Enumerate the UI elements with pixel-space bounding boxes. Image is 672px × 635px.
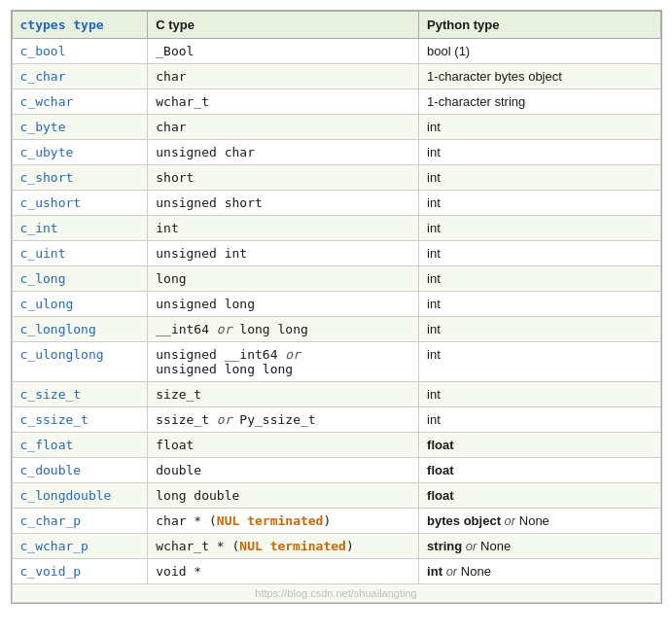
table-row: c_uintunsigned intint <box>12 241 660 266</box>
cell-ctype: float <box>148 433 419 458</box>
cell-ctype: void * <box>148 559 419 584</box>
table-row: c_longlongint <box>12 266 660 292</box>
cell-ctype: wchar_t <box>148 89 419 115</box>
table-row: c_void_pvoid *int or None <box>12 559 660 584</box>
cell-python: int <box>419 407 660 433</box>
cell-python: bool (1) <box>419 39 660 64</box>
table-row: c_ushortunsigned shortint <box>12 191 660 216</box>
cell-ctypes: c_ushort <box>12 191 148 216</box>
table-row: c_charchar1-character bytes object <box>12 64 660 89</box>
table-row: c_size_tsize_tint <box>12 382 660 407</box>
cell-python: float <box>419 483 660 509</box>
table-row: c_wcharwchar_t1-character string <box>12 89 660 115</box>
table-row: c_doubledoublefloat <box>12 458 660 483</box>
cell-python: 1-character bytes object <box>419 64 660 89</box>
cell-ctypes: c_char <box>12 64 148 89</box>
cell-ctype: int <box>148 216 419 241</box>
watermark-row: https://blog.csdn.net/shuailangting <box>12 584 660 603</box>
cell-ctypes: c_wchar <box>12 89 148 115</box>
cell-ctype: char <box>148 115 419 140</box>
header-ctype: C type <box>148 12 419 39</box>
cell-ctype: unsigned long <box>148 292 419 317</box>
cell-ctypes: c_long <box>12 266 148 292</box>
cell-ctypes: c_longlong <box>12 317 148 342</box>
cell-ctypes: c_ssize_t <box>12 407 148 433</box>
table-row: c_floatfloatfloat <box>12 433 660 458</box>
cell-ctypes: c_short <box>12 165 148 191</box>
cell-python: 1-character string <box>419 89 660 115</box>
table-row: c_shortshortint <box>12 165 660 191</box>
cell-ctypes: c_void_p <box>12 559 148 584</box>
table-row: c_bytecharint <box>12 115 660 140</box>
table-row: c_ssize_tssize_t or Py_ssize_tint <box>12 407 660 433</box>
cell-ctype: __int64 or long long <box>148 317 419 342</box>
cell-ctype: char <box>148 64 419 89</box>
table-row: c_intintint <box>12 216 660 241</box>
cell-python: float <box>419 433 660 458</box>
cell-python: int <box>419 382 660 407</box>
cell-ctypes: c_byte <box>12 115 148 140</box>
cell-ctypes: c_char_p <box>12 509 148 534</box>
table-row: c_ulonglongunsigned __int64 or unsigned … <box>12 342 660 382</box>
table-row: c_bool_Boolbool (1) <box>12 39 660 64</box>
cell-ctypes: c_int <box>12 216 148 241</box>
cell-ctype: double <box>148 458 419 483</box>
cell-ctypes: c_longdouble <box>12 483 148 509</box>
table-row: c_wchar_pwchar_t * (NUL terminated)strin… <box>12 534 660 559</box>
cell-ctypes: c_bool <box>12 39 148 64</box>
cell-ctype: unsigned char <box>148 140 419 165</box>
cell-python: int <box>419 317 660 342</box>
cell-python: int or None <box>419 559 660 584</box>
cell-ctype: wchar_t * (NUL terminated) <box>148 534 419 559</box>
cell-python: int <box>419 191 660 216</box>
cell-ctypes: c_uint <box>12 241 148 266</box>
cell-ctype: long <box>148 266 419 292</box>
cell-ctypes: c_double <box>12 458 148 483</box>
cell-ctypes: c_ulong <box>12 292 148 317</box>
cell-ctype: unsigned int <box>148 241 419 266</box>
table-row: c_longdoublelong doublefloat <box>12 483 660 509</box>
cell-python: int <box>419 292 660 317</box>
cell-ctype: unsigned __int64 or unsigned long long <box>148 342 419 382</box>
cell-ctypes: c_float <box>12 433 148 458</box>
table-header-row: ctypes type C type Python type <box>12 12 660 39</box>
cell-python: string or None <box>419 534 660 559</box>
cell-python: bytes object or None <box>419 509 660 534</box>
header-python: Python type <box>419 12 660 39</box>
main-table-container: ctypes type C type Python type c_bool_Bo… <box>11 10 662 604</box>
cell-python: int <box>419 266 660 292</box>
cell-ctype: size_t <box>148 382 419 407</box>
table-row: c_ubyteunsigned charint <box>12 140 660 165</box>
watermark-text: https://blog.csdn.net/shuailangting <box>12 584 660 603</box>
cell-python: int <box>419 216 660 241</box>
cell-python: float <box>419 458 660 483</box>
cell-python: int <box>419 140 660 165</box>
cell-python: int <box>419 241 660 266</box>
cell-ctype: short <box>148 165 419 191</box>
cell-ctypes: c_wchar_p <box>12 534 148 559</box>
cell-python: int <box>419 115 660 140</box>
cell-ctype: unsigned short <box>148 191 419 216</box>
table-row: c_ulongunsigned longint <box>12 292 660 317</box>
cell-ctype: ssize_t or Py_ssize_t <box>148 407 419 433</box>
cell-ctypes: c_ubyte <box>12 140 148 165</box>
cell-python: int <box>419 342 660 382</box>
cell-python: int <box>419 165 660 191</box>
table-row: c_longlong__int64 or long longint <box>12 317 660 342</box>
header-ctypes: ctypes type <box>12 12 148 39</box>
cell-ctype: _Bool <box>148 39 419 64</box>
ctypes-table: ctypes type C type Python type c_bool_Bo… <box>12 11 661 603</box>
cell-ctypes: c_size_t <box>12 382 148 407</box>
cell-ctype: char * (NUL terminated) <box>148 509 419 534</box>
cell-ctype: long double <box>148 483 419 509</box>
table-row: c_char_pchar * (NUL terminated)bytes obj… <box>12 509 660 534</box>
cell-ctypes: c_ulonglong <box>12 342 148 382</box>
